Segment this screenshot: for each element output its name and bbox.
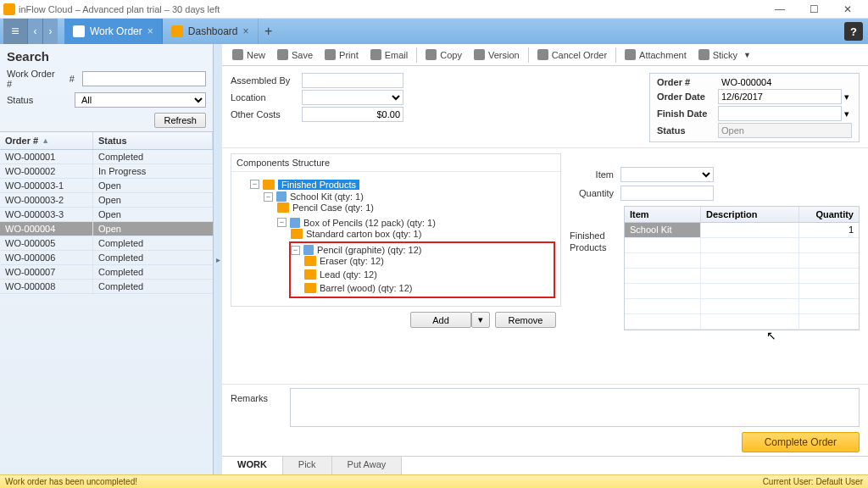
version-button[interactable]: Version	[469, 47, 525, 62]
cancel-order-button[interactable]: Cancel Order	[532, 47, 612, 62]
tab-dashboard[interactable]: Dashboard ×	[163, 19, 259, 44]
add-button[interactable]: Add	[410, 312, 471, 328]
copy-button[interactable]: Copy	[420, 47, 467, 62]
attachment-button[interactable]: Attachment	[620, 47, 692, 62]
assembled-by-input[interactable]	[302, 73, 403, 88]
nav-forward-button[interactable]: ›	[42, 19, 58, 44]
order-row[interactable]: WO-000003-1Open	[0, 179, 213, 193]
add-dropdown-button[interactable]: ▾	[471, 312, 490, 328]
other-costs-label: Other Costs	[231, 109, 302, 119]
item-label: Item	[570, 169, 620, 180]
print-button[interactable]: Print	[320, 47, 364, 62]
order-date-input[interactable]	[718, 89, 842, 104]
main-panel: New Save Print Email Copy Version Cancel…	[222, 44, 868, 474]
column-status-header[interactable]: Status	[93, 132, 213, 149]
help-button[interactable]: ?	[844, 22, 863, 41]
tab-pick[interactable]: Pick	[283, 457, 332, 474]
table-row[interactable]	[625, 269, 859, 284]
tree-item-box12[interactable]: Box of Pencils (12 pack) (qty: 1)	[303, 218, 436, 228]
order-row[interactable]: WO-000007Completed	[0, 265, 213, 280]
panel-collapse-handle[interactable]: ▸	[214, 44, 222, 474]
components-tree[interactable]: −Finished Products −School Kit (qty: 1) …	[231, 172, 560, 306]
finish-date-input[interactable]	[718, 106, 842, 121]
column-order-header[interactable]: Order # ▲	[0, 132, 93, 149]
tab-work-order[interactable]: Work Order ×	[64, 19, 163, 44]
order-row[interactable]: WO-000001Completed	[0, 150, 213, 164]
tab-add-button[interactable]: +	[259, 19, 279, 44]
table-row[interactable]	[625, 238, 859, 253]
order-cell: WO-000003-3	[0, 208, 93, 221]
order-row[interactable]: WO-000004Open	[0, 222, 213, 236]
new-button[interactable]: New	[227, 47, 270, 62]
tree-collapse-icon[interactable]: −	[277, 218, 287, 227]
order-cell: WO-000006	[0, 251, 93, 264]
tree-root[interactable]: Finished Products	[278, 180, 359, 190]
tab-close-icon[interactable]: ×	[147, 25, 153, 37]
table-row[interactable]	[625, 253, 859, 269]
order-row[interactable]: WO-000005Completed	[0, 236, 213, 251]
tree-item-pencil-case[interactable]: Pencil Case (qty: 1)	[292, 202, 374, 213]
tab-put-away[interactable]: Put Away	[332, 457, 403, 474]
item-select[interactable]	[620, 167, 714, 182]
tab-work[interactable]: WORK	[222, 457, 283, 474]
status-cell: Completed	[93, 265, 213, 279]
status-filter-select[interactable]: All	[75, 92, 206, 108]
minimize-button[interactable]: —	[763, 1, 797, 18]
order-cell: WO-000008	[0, 280, 93, 293]
col-description[interactable]: Description	[701, 207, 799, 222]
refresh-button[interactable]: Refresh	[154, 113, 206, 128]
tree-item-pencil[interactable]: Pencil (graphite) (qty: 12)	[317, 245, 422, 255]
order-cell: WO-000003-1	[0, 179, 93, 192]
location-select[interactable]	[302, 90, 403, 105]
table-row[interactable]	[625, 299, 859, 314]
nav-back-button[interactable]: ‹	[27, 19, 42, 44]
col-item[interactable]: Item	[625, 207, 701, 222]
tree-item-carton[interactable]: Standard carton box (qty: 1)	[306, 229, 421, 239]
order-cell: WO-000003-2	[0, 193, 93, 207]
email-button[interactable]: Email	[365, 47, 414, 62]
order-row[interactable]: WO-000003-3Open	[0, 208, 213, 222]
table-row[interactable]	[625, 284, 859, 299]
order-info-box: Order #WO-000004 Order Date▾ Finish Date…	[649, 73, 860, 142]
highlighted-region: −Pencil (graphite) (qty: 12) Eraser (qty…	[289, 241, 555, 299]
tree-collapse-icon[interactable]: −	[250, 180, 259, 189]
order-row[interactable]: WO-000002In Progress	[0, 164, 213, 179]
col-quantity[interactable]: Quantity	[799, 207, 859, 222]
quantity-label: Quantity	[570, 188, 620, 198]
tree-item-barrel[interactable]: Barrel (wood) (qty: 12)	[320, 283, 412, 293]
bottom-tab-bar: WORK Pick Put Away	[222, 456, 868, 474]
complete-order-button[interactable]: Complete Order	[742, 432, 860, 452]
tree-collapse-icon[interactable]: −	[264, 192, 273, 202]
work-order-no-input[interactable]	[82, 71, 206, 86]
date-picker-icon[interactable]: ▾	[842, 108, 852, 119]
order-row[interactable]: WO-000003-2Open	[0, 193, 213, 208]
maximize-button[interactable]: ☐	[797, 1, 831, 18]
email-icon	[370, 49, 381, 60]
finished-products-table[interactable]: Item Description Quantity School Kit1	[624, 206, 860, 330]
order-row[interactable]: WO-000008Completed	[0, 280, 213, 294]
save-button[interactable]: Save	[272, 47, 318, 62]
work-order-icon	[73, 25, 85, 37]
title-bar: inFlow Cloud – Advanced plan trial – 30 …	[0, 0, 868, 19]
tab-close-icon[interactable]: ×	[243, 25, 249, 37]
tree-item-lead[interactable]: Lead (qty: 12)	[320, 269, 377, 280]
tree-collapse-icon[interactable]: −	[291, 246, 300, 255]
tree-item-school-kit[interactable]: School Kit (qty: 1)	[290, 191, 364, 202]
sticky-button[interactable]: Sticky▼	[693, 47, 756, 62]
order-grid[interactable]: WO-000001CompletedWO-000002In ProgressWO…	[0, 150, 213, 474]
tree-item-eraser[interactable]: Eraser (qty: 12)	[320, 256, 384, 266]
table-row[interactable]: School Kit1	[625, 223, 859, 238]
remove-button[interactable]: Remove	[495, 312, 556, 328]
quantity-input[interactable]	[620, 186, 714, 201]
toolbar: New Save Print Email Copy Version Cancel…	[222, 44, 868, 66]
date-picker-icon[interactable]: ▾	[842, 92, 852, 103]
other-costs-input[interactable]	[302, 107, 403, 122]
table-row[interactable]	[625, 314, 859, 330]
close-window-button[interactable]: ✕	[831, 1, 865, 18]
assembled-by-label: Assembled By	[231, 75, 302, 86]
hamburger-menu-icon[interactable]: ≡	[3, 19, 27, 44]
folder-icon	[277, 202, 289, 213]
order-row[interactable]: WO-000006Completed	[0, 251, 213, 265]
window-title: inFlow Cloud – Advanced plan trial – 30 …	[19, 4, 220, 14]
remarks-textarea[interactable]	[290, 388, 860, 427]
